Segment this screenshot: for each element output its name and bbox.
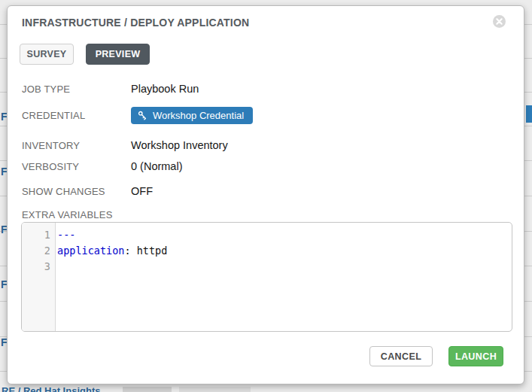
tab-survey[interactable]: SURVEY (20, 44, 74, 65)
launch-button[interactable]: LAUNCH (448, 346, 503, 366)
inventory-value: Workshop Inventory (131, 139, 228, 151)
line-number: 3 (22, 259, 50, 275)
verbosity-value: 0 (Normal) (131, 160, 182, 172)
modal-title: INFRASTRUCTURE / DEPLOY APPLICATION (22, 17, 249, 29)
inventory-label: INVENTORY (22, 140, 80, 151)
code-text: application: httpd (50, 243, 167, 259)
extra-variables-editor[interactable]: 1 --- 2 application: httpd 3 (21, 222, 512, 332)
code-text: --- (50, 227, 75, 243)
editor-line-3: 3 (22, 259, 512, 275)
modal-tabs: SURVEY PREVIEW (20, 44, 150, 65)
key-icon (138, 111, 147, 120)
bg-bottom-link-fragment: RE / Red Hat Insights (2, 385, 100, 392)
editor-lines: 1 --- 2 application: httpd 3 (22, 227, 512, 275)
cancel-button[interactable]: CANCEL (369, 346, 433, 366)
editor-line-2: 2 application: httpd (22, 243, 512, 259)
deploy-application-modal: INFRASTRUCTURE / DEPLOY APPLICATION SURV… (7, 5, 524, 384)
show-changes-label: SHOW CHANGES (22, 186, 105, 197)
credential-label: CREDENTIAL (22, 110, 85, 121)
job-type-value: Playbook Run (131, 83, 199, 95)
editor-line-1: 1 --- (22, 227, 512, 243)
tab-preview[interactable]: PREVIEW (86, 44, 150, 65)
extra-variables-label: EXTRA VARIABLES (22, 209, 113, 220)
show-changes-value: OFF (131, 185, 153, 197)
credential-badge[interactable]: Workshop Credential (131, 107, 253, 124)
line-number: 1 (22, 227, 50, 243)
line-number: 2 (22, 243, 50, 259)
bg-chip-fragment (123, 387, 172, 392)
bg-bottom-row-fragment: RE / Red Hat Insights (0, 385, 532, 392)
close-icon[interactable] (493, 15, 506, 28)
bg-chip-fragment (179, 387, 251, 392)
verbosity-label: VERBOSITY (22, 161, 79, 172)
credential-badge-label: Workshop Credential (153, 110, 244, 121)
job-type-label: JOB TYPE (22, 84, 70, 95)
bg-blue-cell-fragment (526, 105, 532, 123)
code-text (50, 259, 57, 275)
